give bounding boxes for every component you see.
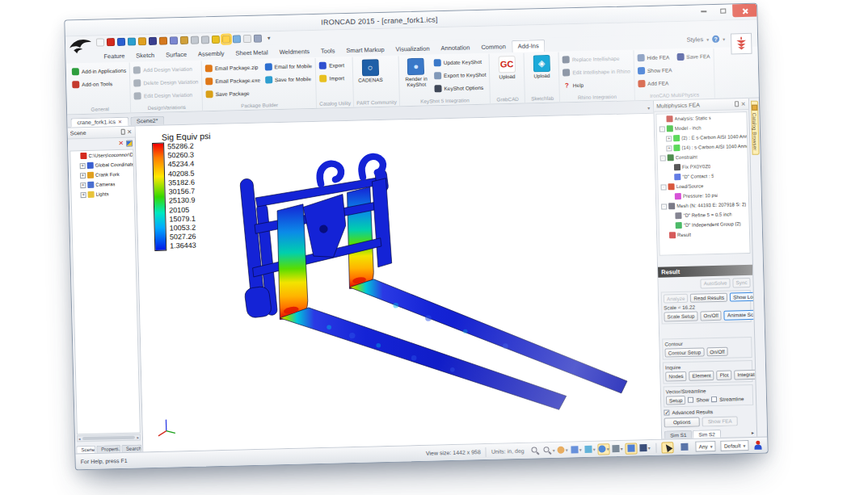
new-scene-icon[interactable] [96, 38, 104, 46]
expand-toggle-icon[interactable]: + [81, 191, 86, 197]
select-tool-button[interactable] [661, 442, 673, 453]
expand-toggle-icon[interactable]: - [659, 126, 665, 132]
ribbon-item-keyshot-options[interactable]: KeyShot Options [433, 81, 487, 95]
screenshot-icon[interactable] [254, 35, 262, 43]
copy-icon[interactable] [170, 36, 178, 44]
ribbon-item-hide-fea[interactable]: Hide FEA [636, 50, 672, 64]
redo-icon[interactable] [201, 36, 209, 44]
tab-annotation[interactable]: Annotation [435, 42, 475, 54]
paste-icon[interactable] [180, 36, 188, 44]
tab-feature[interactable]: Feature [98, 51, 130, 63]
import-icon[interactable] [128, 37, 136, 45]
sim-tab-sim-s1[interactable]: Sim S1 [664, 430, 693, 439]
sim-tab-sim-s2[interactable]: Sim S2 [693, 430, 721, 438]
ribbon-item-save-for-mobile[interactable]: Save for Mobile [264, 72, 314, 86]
close-button[interactable] [732, 4, 756, 18]
selection-type-combo[interactable]: Any ▾ [695, 441, 716, 452]
ribbon-item-show-fea[interactable]: Show FEA [637, 63, 673, 77]
ribbon-item-export[interactable]: Export [318, 58, 345, 72]
advanced-results-checkbox[interactable]: ✓ [664, 410, 669, 416]
autosolve-button[interactable]: AutoSolve [701, 279, 731, 288]
fea-close-icon[interactable]: ✕ [740, 101, 746, 107]
pin-icon[interactable] [121, 129, 125, 135]
scroll-right-icon[interactable]: ▸ [137, 434, 139, 439]
undo-icon[interactable] [191, 36, 199, 44]
animate-scale-button[interactable]: Animate Scale [724, 310, 756, 321]
nodes-button[interactable]: Nodes [665, 371, 686, 381]
expand-toggle-icon[interactable]: + [666, 136, 672, 141]
maximize-button[interactable] [713, 4, 732, 17]
help-icon[interactable]: ? [712, 36, 719, 43]
doc-tab-close-icon[interactable]: ✕ [118, 119, 122, 124]
ribbon-item-export-to-keyshot[interactable]: Export to KeyShot [433, 68, 487, 82]
tab-assembly[interactable]: Assembly [192, 48, 230, 61]
pan-icon[interactable]: ▾ [584, 443, 596, 455]
orbit-icon[interactable]: ▾ [597, 443, 609, 455]
ribbon-item-cadenas[interactable]: ○CADENAS [356, 57, 386, 83]
close-panel-icon[interactable]: ✕ [127, 129, 133, 135]
analyze-button[interactable]: Analyze [664, 293, 689, 303]
tab-weldments[interactable]: Weldments [273, 46, 315, 58]
contour-onoff-button[interactable]: On/Off [706, 346, 728, 356]
doc-tab-scene2[interactable]: Scene2* [130, 116, 165, 126]
ribbon-item-edit-design-variation[interactable]: Edit Design Variation [133, 88, 200, 103]
tab-tools[interactable]: Tools [315, 45, 341, 57]
ribbon-item-save-package[interactable]: Save Package [205, 86, 262, 101]
zoom-out-icon[interactable]: ▾ [543, 444, 555, 455]
plot-button[interactable]: Plot [716, 371, 731, 380]
expand-toggle-icon[interactable]: - [661, 184, 667, 190]
expand-toggle-icon[interactable]: + [80, 182, 86, 187]
remove-filter-icon[interactable]: ✕ [118, 140, 124, 146]
style-combo[interactable]: Default ▾ [721, 440, 749, 451]
expand-toggle-icon[interactable]: - [660, 155, 666, 161]
camera-view-icon[interactable]: ▾ [570, 444, 582, 455]
tab-visualization[interactable]: Visualization [390, 43, 435, 55]
ribbon-item-email-package-exe[interactable]: Email Package.exe [204, 73, 261, 88]
expand-toggle-icon[interactable]: - [661, 203, 667, 209]
show-checkbox[interactable] [688, 397, 693, 403]
sync-button[interactable]: Sync [732, 278, 750, 287]
render-icon[interactable] [243, 35, 251, 43]
ribbon-item-update-keyshot[interactable]: Update KeyShot [432, 55, 487, 69]
ribbon-item-add-in-applications[interactable]: Add-in Applications [71, 64, 128, 78]
integrate-button[interactable]: Integrate [734, 370, 756, 380]
ribbon-item-add-on-tools[interactable]: Add-on Tools [71, 77, 128, 91]
dimension-icon[interactable]: ▾ [611, 443, 623, 454]
tab-common[interactable]: Common [475, 41, 512, 53]
ribbon-item-help[interactable]: ?Help [563, 77, 632, 91]
expand-toggle-icon[interactable]: + [666, 145, 672, 151]
ribbon-item-render-in-keyshot[interactable]: ●Render in KeyShot [401, 57, 431, 88]
save-catalog-icon[interactable] [149, 37, 157, 45]
save-icon[interactable] [117, 38, 125, 46]
ribbon-item-upload[interactable]: GCUpload [492, 54, 522, 80]
expand-toggle-icon[interactable]: + [80, 162, 86, 168]
viewconfig-caret-icon[interactable]: ▾ [647, 105, 650, 111]
scale-setup-button[interactable]: Scale Setup [664, 312, 697, 322]
scene-item-lights[interactable]: +Lights [71, 189, 133, 200]
open-icon[interactable] [107, 38, 115, 46]
sketch-icon[interactable] [233, 35, 241, 43]
styles-dropdown[interactable]: Styles [687, 36, 704, 43]
selection-filter-button[interactable] [678, 441, 690, 452]
zoom-in-icon[interactable] [529, 445, 541, 456]
doc-tab-crane-fork1-ics[interactable]: crane_fork1.ics✕ [70, 117, 129, 128]
streamline-checkbox[interactable] [711, 396, 717, 402]
tab-sketch[interactable]: Sketch [130, 50, 160, 62]
ribbon-item-email-for-mobile[interactable]: Email for Mobile [263, 59, 313, 73]
ribbon-item-upload[interactable]: ◈Upload [527, 53, 557, 79]
user-icon[interactable] [753, 440, 762, 450]
open-catalog-icon[interactable] [138, 37, 146, 45]
expand-toggle-icon[interactable]: + [80, 172, 86, 178]
catalog-browser-tab[interactable]: Catalog Browser [751, 101, 760, 155]
viewport-3d[interactable]: Sig Equiv psi 55286.250260.345234.440208… [136, 114, 662, 452]
scroll-left-icon[interactable]: ◂ [78, 436, 81, 441]
read-results-button[interactable]: Read Results [690, 292, 727, 303]
fea-pin-icon[interactable] [735, 101, 739, 107]
delete-icon[interactable] [212, 36, 220, 44]
iso-view-icon[interactable] [625, 443, 637, 454]
render-options-icon[interactable]: ▾ [556, 444, 568, 455]
scroll-thumb[interactable] [82, 436, 135, 441]
qat-overflow-caret-icon[interactable]: ▾ [268, 35, 271, 41]
ironcad-logo-icon[interactable] [69, 36, 94, 58]
contour-setup-button[interactable]: Contour Setup [664, 347, 704, 358]
